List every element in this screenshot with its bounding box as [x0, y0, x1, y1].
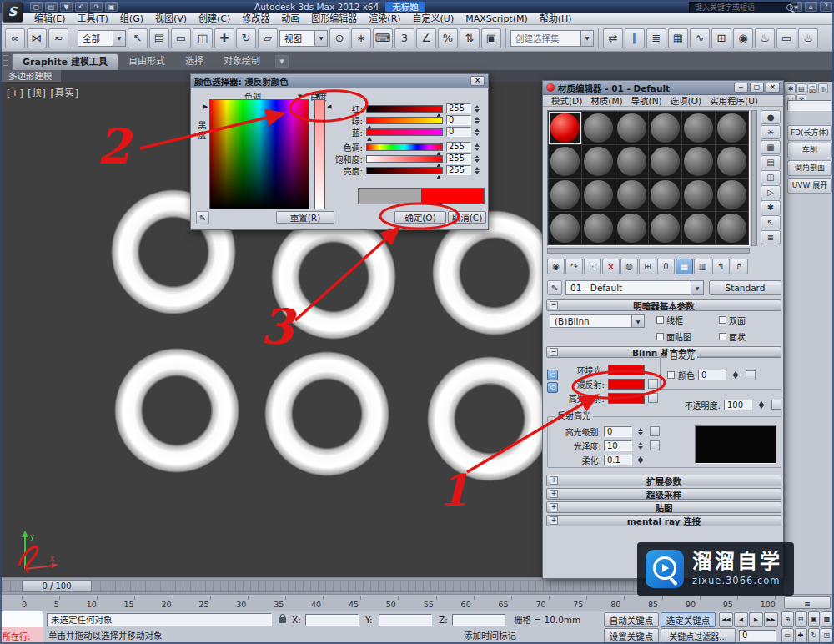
diffuse-color-swatch[interactable] — [608, 379, 645, 390]
channel-value-field[interactable]: 255 — [446, 142, 471, 152]
time-slider-handle[interactable]: 0 / 100 — [22, 580, 92, 592]
background-icon[interactable]: ▦ — [761, 140, 781, 154]
material-sample-slot[interactable] — [682, 179, 715, 211]
chevron-down-icon[interactable]: ▼ — [113, 31, 125, 46]
material-sample-slot[interactable] — [615, 112, 648, 144]
video-color-check-icon[interactable]: ◫ — [761, 170, 781, 184]
menu-item[interactable]: 动画 — [275, 13, 305, 24]
motion-tab-icon[interactable]: ◎ — [818, 83, 828, 93]
spinner-control[interactable] — [636, 426, 644, 436]
spinner-control[interactable] — [636, 440, 644, 450]
graphite-ribbon-toggle-icon[interactable]: ▦ — [668, 28, 688, 48]
go-to-start-icon[interactable]: ◀◀ — [719, 612, 733, 627]
pick-material-from-object-icon[interactable]: ✎ — [547, 280, 562, 295]
parameter-field[interactable]: 0.1 — [604, 455, 632, 465]
select-by-name-icon[interactable]: ▤ — [149, 28, 169, 48]
rendered-frame-window-icon[interactable]: ▭ — [776, 28, 796, 48]
modifier-button[interactable]: FD(长方体) — [787, 125, 832, 141]
checkbox-icon[interactable] — [656, 316, 664, 324]
eyedropper-icon[interactable]: ✎ — [196, 211, 209, 224]
mirror-icon[interactable]: ⇄ — [603, 28, 623, 48]
render-production-icon[interactable]: ♨ — [798, 28, 818, 48]
lock-diffuse-specular-icon[interactable]: ⊂ — [547, 382, 558, 393]
go-to-end-icon[interactable]: ▶▶ — [764, 612, 778, 627]
put-to-library-icon[interactable]: ⊞ — [639, 259, 656, 274]
whiteness-marker-icon[interactable]: ▼ — [315, 93, 319, 99]
material-sample-slot[interactable] — [682, 145, 715, 178]
sample-type-icon[interactable]: ● — [761, 110, 781, 124]
zoom-icon[interactable]: ⊕ — [781, 611, 794, 627]
self-illumination-map-button[interactable] — [746, 370, 756, 380]
schematic-view-icon[interactable]: ⊞ — [711, 28, 731, 48]
select-and-scale-icon[interactable]: ▱ — [258, 28, 278, 48]
hue-marker-icon[interactable]: ▼ — [298, 94, 302, 100]
material-sample-slot[interactable] — [682, 212, 715, 244]
favorites-icon[interactable]: ★ — [790, 2, 802, 12]
show-end-result-icon[interactable]: ▥ — [694, 259, 711, 274]
rollout-header[interactable]: + 超级采样 — [546, 488, 781, 500]
spinner-control[interactable] — [473, 115, 480, 125]
menu-item[interactable]: 视图(V) — [149, 13, 193, 24]
chevron-down-icon[interactable]: ▼ — [691, 281, 703, 294]
channel-value-field[interactable]: 255 — [446, 103, 471, 113]
menu-item[interactable]: 修改器 — [236, 13, 275, 24]
unlink-selection-icon[interactable]: ⋈ — [27, 28, 47, 48]
spinner-control[interactable] — [731, 370, 739, 380]
specular-map-button[interactable] — [648, 393, 658, 403]
select-object-icon[interactable]: ↖ — [128, 28, 148, 48]
window-crossing-icon[interactable]: ◫ — [193, 28, 213, 48]
torus-ring-object[interactable] — [427, 356, 552, 481]
material-editor-menu-item[interactable]: 模式(D) — [547, 94, 586, 107]
put-material-to-scene-icon[interactable]: ↷ — [565, 259, 583, 274]
material-sample-slot[interactable] — [716, 212, 748, 244]
percent-snap-toggle-icon[interactable]: % — [438, 28, 458, 48]
orbit-icon[interactable]: ↻ — [808, 628, 821, 644]
edit-named-selection-sets-icon[interactable]: ▣ — [481, 28, 501, 48]
select-and-manipulate-icon[interactable]: ∗ — [351, 28, 371, 48]
project-folder-icon[interactable]: ▣ — [105, 2, 118, 12]
make-material-copy-icon[interactable]: ◍ — [620, 259, 638, 274]
modify-tab-icon[interactable]: ▤ — [796, 83, 806, 93]
checkbox-icon[interactable] — [719, 316, 726, 324]
slots-horizontal-scrollbar[interactable] — [547, 248, 750, 254]
channel-slider[interactable] — [366, 105, 443, 113]
zoom-extents-icon[interactable]: ▣ — [808, 611, 821, 627]
add-time-tag-label[interactable]: 添加时间标记 — [464, 631, 516, 641]
map-button[interactable] — [650, 426, 660, 436]
channel-value-field[interactable]: 255 — [446, 165, 471, 175]
material-sample-slot[interactable] — [582, 179, 615, 211]
get-material-icon[interactable]: ◉ — [547, 259, 565, 274]
channel-slider[interactable] — [366, 143, 443, 151]
material-sample-slot[interactable] — [582, 145, 615, 178]
current-frame-field[interactable]: 0 — [739, 630, 776, 641]
selected-key-button[interactable]: 选定关键点 — [661, 612, 716, 627]
material-sample-slot[interactable] — [682, 112, 715, 144]
select-by-material-icon[interactable]: ↖ — [761, 215, 781, 229]
named-selection-sets-dropdown[interactable]: 创建选择集 ▼ — [510, 30, 594, 47]
material-editor-menu-item[interactable]: 导航(N) — [627, 94, 666, 107]
new-scene-icon[interactable]: ▢ — [30, 2, 43, 12]
search-input[interactable] — [693, 3, 783, 13]
material-sample-slot[interactable] — [582, 212, 615, 244]
set-key-button[interactable]: 设置关键点 — [604, 628, 659, 643]
rollout-header[interactable]: + mental ray 连接 — [546, 515, 781, 526]
key-filters-button[interactable]: 关键点过滤器... — [661, 628, 736, 643]
backlight-icon[interactable]: ☀ — [761, 125, 781, 139]
material-sample-slot[interactable] — [716, 112, 748, 144]
modifier-list-dropdown[interactable] — [787, 100, 831, 111]
undo-icon[interactable]: ↶ — [75, 2, 88, 12]
slider-marker-icon[interactable] — [367, 137, 372, 141]
material-sample-slot[interactable] — [549, 145, 581, 178]
material-editor-menu-item[interactable]: 选项(O) — [666, 94, 706, 107]
open-file-icon[interactable]: ▤ — [45, 2, 58, 12]
chevron-down-icon[interactable]: ▼ — [314, 31, 327, 46]
close-icon[interactable]: × — [470, 76, 485, 86]
create-tab-icon[interactable]: ✱ — [786, 83, 796, 93]
hierarchy-tab-icon[interactable]: 品 — [807, 83, 817, 93]
zoom-region-icon[interactable]: ▭ — [781, 628, 794, 644]
ribbon-tab-object-paint[interactable]: 对象绘制 — [214, 53, 270, 70]
zoom-extents-all-icon[interactable]: ▩ — [821, 611, 833, 627]
shader-type-dropdown[interactable]: (B)Blinn ▼ — [550, 314, 645, 328]
menu-item[interactable]: 工具(T) — [72, 13, 114, 24]
reference-coordinate-dropdown[interactable]: 视图 ▼ — [279, 30, 328, 47]
